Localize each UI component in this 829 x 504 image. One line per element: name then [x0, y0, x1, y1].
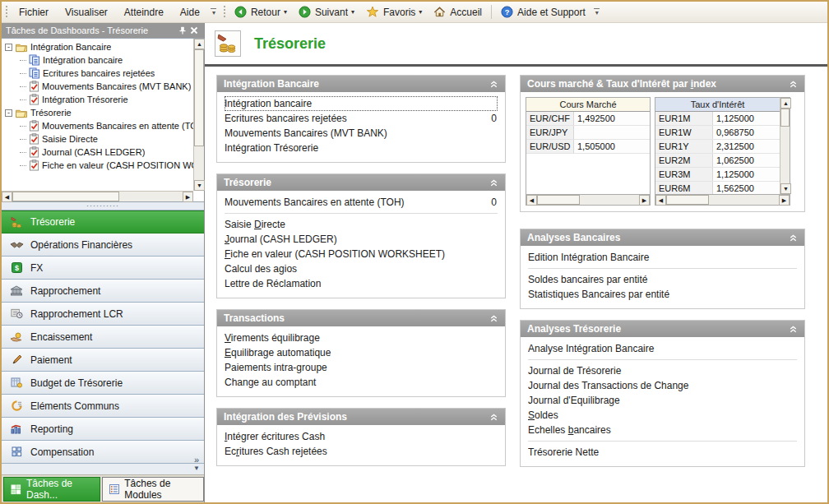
accueil-button[interactable]: Accueil: [428, 2, 488, 22]
tree-item-integration-bancaire[interactable]: Intégration bancaire: [2, 53, 193, 67]
collapse-chevron-icon[interactable]: [489, 413, 498, 422]
close-icon[interactable]: [188, 26, 200, 35]
grid-column-header[interactable]: Taux d'Intérêt: [655, 98, 780, 112]
panel-header-analyses-bancaires[interactable]: Analyses Bancaires: [521, 229, 804, 246]
tree-hscroll-thumb[interactable]: [12, 192, 119, 201]
tree-folder-tresorerie[interactable]: -Trésorerie: [2, 106, 193, 119]
task-item-lettre-de-reclamation[interactable]: Lettre de Réclamation: [225, 276, 498, 291]
task-item-mouvements-bancaires-en-attente-toh[interactable]: Mouvements Bancaires en attente (TOH)0: [225, 195, 498, 210]
grid-row[interactable]: EUR2M1,062500: [655, 154, 780, 168]
collapse-icon[interactable]: -: [5, 109, 12, 117]
tab-taches-de-dashboards[interactable]: Tâches de Dash...: [3, 477, 100, 502]
grid-row[interactable]: EUR3M1,125000: [655, 168, 780, 182]
toolbar-overflow-button[interactable]: ▾: [591, 2, 603, 22]
module-overflow-button[interactable]: »▼: [193, 456, 200, 472]
scroll-down-icon[interactable]: ▼: [194, 180, 205, 191]
grid-row[interactable]: EUR/JPY: [526, 126, 650, 140]
grid-row[interactable]: EUR6M1,562500: [655, 182, 780, 195]
scroll-up-icon[interactable]: ▲: [780, 98, 791, 109]
task-item-paiements-intra-groupe[interactable]: Paiements intra-groupe: [225, 360, 498, 375]
scroll-left-icon[interactable]: ◀: [655, 195, 666, 206]
tree-vscroll-thumb[interactable]: [194, 49, 204, 146]
task-item-journal-de-tresorerie[interactable]: Journal de Trésorerie: [528, 363, 797, 378]
collapse-chevron-icon[interactable]: [789, 325, 798, 334]
panel-header-integration-des-previsions[interactable]: Intégration des Prévisions: [217, 409, 505, 425]
sidebar-item-tresorerie[interactable]: Trésorerie: [2, 210, 204, 234]
grid-row[interactable]: EUR1Y2,312500: [655, 140, 780, 154]
menu-atteindre[interactable]: Atteindre: [116, 2, 172, 22]
scroll-right-icon[interactable]: ▶: [639, 195, 650, 206]
menubar-overflow-button[interactable]: ▾: [208, 2, 220, 22]
panel-header-transactions[interactable]: Transactions: [217, 310, 505, 326]
tab-taches-de-modules[interactable]: Tâches de Modules: [102, 477, 204, 502]
vscroll-thumb[interactable]: [780, 109, 790, 127]
task-item-journal-des-transactions-de-change[interactable]: Journal des Transactions de Change: [528, 378, 797, 393]
task-item-virements-equilibrage[interactable]: Virements équilibrage: [225, 331, 498, 345]
collapse-chevron-icon[interactable]: [789, 80, 798, 89]
panel-header-tresorerie[interactable]: Trésorerie: [217, 174, 505, 191]
collapse-chevron-icon[interactable]: [489, 314, 498, 323]
grid-row[interactable]: EUR1W0,968750: [655, 126, 780, 140]
grid-vertical-scrollbar[interactable]: ▲▼: [780, 97, 790, 195]
tree-item-fiche-en-valeur-cash-position-worksheet[interactable]: Fiche en valeur (CASH POSITION WORKSHEET…: [2, 159, 193, 172]
collapse-chevron-icon[interactable]: [789, 234, 798, 243]
task-item-echelles-bancaires[interactable]: Echelles bancaires: [528, 423, 797, 437]
menu-aide[interactable]: Aide: [172, 2, 208, 22]
grid-horizontal-scrollbar[interactable]: ◀▶: [655, 195, 790, 206]
sidebar-item-operations-financieres[interactable]: Opérations Financières: [2, 234, 204, 257]
tree-item-journal-cash-ledger[interactable]: Journal (CASH LEDGER): [2, 146, 193, 159]
tree-item-saisie-directe[interactable]: Saisie Directe: [2, 132, 193, 146]
scroll-right-icon[interactable]: ▶: [779, 195, 790, 206]
panel-header-analyses-tresorerie[interactable]: Analyses Trésorerie: [521, 321, 804, 337]
sidebar-item-fx[interactable]: $FX: [2, 257, 204, 280]
grid-row[interactable]: EUR/CHF1,492500: [526, 112, 650, 126]
scroll-left-icon[interactable]: ◀: [526, 195, 537, 206]
tree-item-mouvements-bancaires-mvt-bank[interactable]: Mouvements Bancaires (MVT BANK): [2, 80, 193, 93]
grid-row[interactable]: EUR1M1,125000: [655, 112, 780, 126]
grid-column-header[interactable]: Cours Marché: [526, 98, 650, 112]
task-item-integration-tresorerie[interactable]: Intégration Trésorerie: [225, 141, 498, 155]
task-item-journal-d-equilibrage[interactable]: Journal d'Equilibrage: [528, 393, 797, 408]
task-item-mouvements-bancaires-mvt-bank[interactable]: Mouvements Bancaires (MVT BANK): [225, 126, 498, 141]
tree-horizontal-scrollbar[interactable]: ◀ ▶: [2, 191, 193, 201]
task-item-ecritures-cash-rejetees[interactable]: Ecritures Cash rejetées: [225, 444, 498, 459]
tree-item-integration-tresorerie[interactable]: Intégration Trésorerie: [2, 93, 193, 106]
sidebar-item-budget-de-tresorerie[interactable]: Budget de Trésorerie: [2, 372, 204, 395]
pin-icon[interactable]: [177, 26, 188, 35]
collapse-icon[interactable]: -: [5, 44, 12, 51]
menu-fichier[interactable]: Fichier: [11, 2, 57, 22]
task-item-statistiques-bancaires-par-entite[interactable]: Statistiques Bancaires par entité: [528, 287, 797, 302]
panel-header-integration-bancaire[interactable]: Intégration Bancaire: [217, 76, 505, 92]
sidebar-item-rapprochement[interactable]: Rapprochement: [2, 280, 204, 303]
favoris-button[interactable]: Favoris▾: [360, 2, 428, 22]
panel-splitter[interactable]: ··········: [2, 202, 204, 210]
scroll-left-icon[interactable]: ◀: [2, 192, 12, 202]
sidebar-item-reporting[interactable]: Reporting: [2, 418, 204, 441]
toolbar-grip[interactable]: [223, 5, 226, 19]
chevron-down-icon[interactable]: ▾: [284, 8, 287, 16]
sidebar-item-elements-communs[interactable]: Eléments Communs: [2, 395, 204, 418]
menu-visualiser[interactable]: Visualiser: [57, 2, 116, 22]
task-item-tresorerie-nette[interactable]: Trésorerie Nette: [528, 445, 797, 460]
sidebar-item-paiement[interactable]: Paiement: [2, 349, 204, 372]
task-item-soldes-bancaires-par-entite[interactable]: Soldes bancaires par entité: [528, 272, 797, 287]
hscroll-thumb[interactable]: [537, 195, 580, 205]
scroll-up-icon[interactable]: ▲: [194, 39, 205, 49]
scroll-down-icon[interactable]: ▼: [780, 183, 791, 194]
tree-item-mouvements-bancaires-en-attente-toh[interactable]: Mouvements Bancaires en attente (TOH): [2, 119, 193, 132]
grid-row[interactable]: EUR/USD1,505000: [526, 140, 650, 154]
task-item-edition-integration-bancaire[interactable]: Edition Intégration Bancaire: [528, 250, 797, 265]
sidebar-item-compensation[interactable]: Compensation: [2, 441, 204, 464]
collapse-chevron-icon[interactable]: [489, 80, 498, 89]
scroll-right-icon[interactable]: ▶: [183, 192, 193, 202]
task-item-integration-bancaire[interactable]: Intégration bancaire: [225, 96, 498, 111]
aide-et-support-button[interactable]: ?Aide et Support: [495, 2, 591, 22]
panel-header-cours-marche[interactable]: Cours marché & Taux d'Intérêt par index: [521, 76, 804, 92]
collapse-chevron-icon[interactable]: [489, 178, 498, 187]
task-item-ecritures-bancaires-rejetees[interactable]: Ecritures bancaires rejetées0: [225, 111, 498, 126]
chevron-down-icon[interactable]: ▾: [351, 8, 354, 16]
task-item-equilibrage-automatique[interactable]: Equilibrage automatique: [225, 345, 498, 360]
tree-vertical-scrollbar[interactable]: ▲ ▼: [193, 39, 204, 191]
tree-item-ecritures-bancaires-rejetees[interactable]: Ecritures bancaires rejetées: [2, 67, 193, 80]
sidebar-item-rapprochement-lcr[interactable]: Rapprochement LCR: [2, 303, 204, 326]
